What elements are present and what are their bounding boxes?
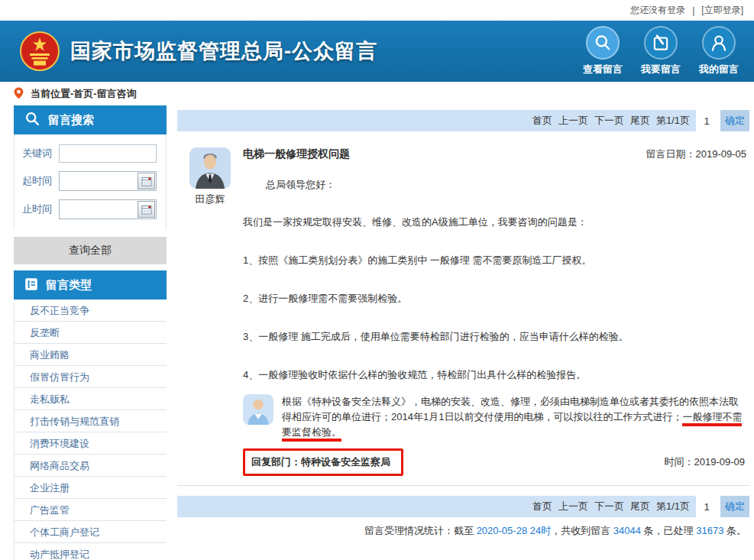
nav-view-messages[interactable]: 查看留言 xyxy=(578,26,627,76)
message-types-panel: 留言类型 反不正当竞争 反垄断 商业贿赂 假冒仿冒行为 走私贩私 打击 xyxy=(14,270,167,560)
types-panel-title: 留言类型 xyxy=(46,278,92,293)
message-date: 留言日期：2019-09-05 xyxy=(646,147,747,161)
reply-text-normal: 根据《特种设备安全法释义》，电梯的安装、改造、修理，必须由电梯制造单位或者其委托… xyxy=(282,396,739,422)
message-type-item[interactable]: 走私贩私 xyxy=(15,388,167,410)
stats-received-count: 34044 xyxy=(613,525,641,536)
stats-suffix: 条。 xyxy=(723,525,746,536)
prev-page-link[interactable]: 上一页 xyxy=(558,114,588,128)
stats-prefix: 留言受理情况统计：截至 xyxy=(364,525,477,536)
query-all-button[interactable]: 查询全部 xyxy=(14,237,167,264)
top-utility-bar: 您还没有登录 | [立即登录] xyxy=(0,0,754,21)
login-status-text: 您还没有登录 xyxy=(630,4,685,17)
site-header: 国家市场监督管理总局-公众留言 查看留言 我要留言 xyxy=(0,21,754,82)
next-page-link[interactable]: 下一页 xyxy=(594,114,624,128)
search-panel-header: 留言搜索 xyxy=(14,105,167,134)
reply-block: 根据《特种设备安全法释义》，电梯的安装、改造、修理，必须由电梯制造单位或者其委托… xyxy=(243,394,746,440)
page-info: 第1/1页 xyxy=(656,500,690,513)
message-type-item[interactable]: 企业注册 xyxy=(15,477,167,499)
message-type-list: 反不正当竞争 反垄断 商业贿赂 假冒仿冒行为 走私贩私 打击传销与规范直销 消费… xyxy=(14,299,167,560)
author-name: 田彦辉 xyxy=(189,193,231,206)
nav-label: 查看留言 xyxy=(583,63,623,76)
user-icon xyxy=(702,26,736,60)
message-question: 3、一般修理 施工完成后，使用单位需要特检部门进行检验的，应当申请什么样的检验。 xyxy=(243,330,746,344)
keyword-input[interactable] xyxy=(59,144,157,163)
page-number-input[interactable] xyxy=(697,497,716,516)
last-page-link[interactable]: 尾页 xyxy=(630,500,650,513)
keyword-label: 关键词 xyxy=(22,147,59,160)
list-icon xyxy=(24,277,38,293)
reply-avatar xyxy=(243,394,273,425)
message-type-item[interactable]: 动产抵押登记 xyxy=(15,543,167,560)
pagination-bar: 首页 上一页 下一页 尾页 第1/1页 xyxy=(177,110,696,131)
confirm-button[interactable]: 确定 xyxy=(720,110,749,131)
message-type-item[interactable]: 打击传销与规范直销 xyxy=(15,410,167,432)
reply-time: 时间：2019-09-09 xyxy=(665,455,746,469)
message-type-item[interactable]: 反垄断 xyxy=(15,322,167,344)
reply-time-label: 时间： xyxy=(665,456,694,468)
first-page-link[interactable]: 首页 xyxy=(532,500,552,513)
message-type-item[interactable]: 假冒仿冒行为 xyxy=(15,366,167,388)
reply-footer: 回复部门：特种设备安全监察局 时间：2019-09-09 xyxy=(243,448,746,476)
nav-label: 我的留言 xyxy=(699,63,739,76)
last-page-link[interactable]: 尾页 xyxy=(630,114,650,128)
content-area: 留言搜索 关键词 起时间 xyxy=(0,105,754,560)
stats-mid2: 条，已处理 xyxy=(641,525,696,536)
message-question: 2、进行一般修理需不需要强制检验。 xyxy=(243,292,746,306)
start-date-label: 起时间 xyxy=(22,174,59,188)
statistics-line: 留言受理情况统计：截至 2020-05-28 24时，共收到留言 34044 条… xyxy=(177,524,749,538)
message-title-row: 电梯一般修理授权问题 留言日期：2019-09-05 xyxy=(243,147,746,161)
message-type-item[interactable]: 网络商品交易 xyxy=(15,455,167,477)
search-icon xyxy=(24,111,40,129)
end-date-calendar-button[interactable] xyxy=(138,201,155,218)
reply-department-value: 特种设备安全监察局 xyxy=(301,456,390,468)
start-date-calendar-button[interactable] xyxy=(138,173,155,189)
confirm-button[interactable]: 确定 xyxy=(720,496,749,517)
message-intro: 我们是一家按规定取得安装、维修、改造的A级施工单位，我要咨询的问题是： xyxy=(243,215,746,229)
message-date-label: 留言日期： xyxy=(646,148,696,160)
page-number-input[interactable] xyxy=(697,111,716,131)
message-type-item[interactable]: 反不正当竞争 xyxy=(15,299,167,322)
search-icon xyxy=(586,26,620,60)
site-title: 国家市场监督管理总局-公众留言 xyxy=(70,37,377,65)
first-page-link[interactable]: 首页 xyxy=(532,114,552,128)
stats-mid1: ，共收到留言 xyxy=(551,525,613,536)
sidebar: 留言搜索 关键词 起时间 xyxy=(14,105,167,560)
author-column: 田彦辉 xyxy=(189,147,243,476)
reply-department-red-box: 回复部门：特种设备安全监察局 xyxy=(243,448,403,476)
national-emblem-logo xyxy=(20,31,60,71)
message-type-item[interactable]: 消费环境建设 xyxy=(15,432,167,455)
prev-page-link[interactable]: 上一页 xyxy=(558,500,588,513)
pagination-bar: 首页 上一页 下一页 尾页 第1/1页 xyxy=(177,496,696,517)
start-date-row: 起时间 xyxy=(22,171,157,191)
message-date-value: 2019-09-05 xyxy=(696,148,747,160)
keyword-row: 关键词 xyxy=(22,144,157,163)
message-question: 1、按照《施工类别划分表》的施工类别中 一般修理 需不需要原制造工厂授权。 xyxy=(243,254,746,267)
main-area: 首页 上一页 下一页 尾页 第1/1页 确定 xyxy=(177,105,749,538)
message-greeting: 总局领导您好： xyxy=(243,178,746,192)
page-info: 第1/1页 xyxy=(656,114,690,128)
pagination-bottom: 首页 上一页 下一页 尾页 第1/1页 确定 xyxy=(177,496,749,517)
search-panel-title: 留言搜索 xyxy=(48,113,94,128)
message-panel: 田彦辉 电梯一般修理授权问题 留言日期：2019-09-05 总局领导您好： 我… xyxy=(177,138,749,486)
reply-department-label: 回复部门： xyxy=(251,456,301,468)
header-nav: 查看留言 我要留言 我的留言 xyxy=(578,26,743,76)
breadcrumb: 当前位置-首页-留言咨询 xyxy=(0,82,754,105)
search-form: 关键词 起时间 xyxy=(14,134,167,230)
nav-label: 我要留言 xyxy=(641,63,681,76)
topbar-separator: | xyxy=(692,5,694,16)
write-icon xyxy=(644,26,678,60)
reply-text: 根据《特种设备安全法释义》，电梯的安装、改造、修理，必须由电梯制造单位或者其委托… xyxy=(282,394,744,440)
pagination-top: 首页 上一页 下一页 尾页 第1/1页 确定 xyxy=(177,110,749,131)
nav-write-message[interactable]: 我要留言 xyxy=(636,26,685,76)
login-link[interactable]: [立即登录] xyxy=(701,4,743,17)
author-avatar xyxy=(189,147,231,189)
reply-time-value: 2019-09-09 xyxy=(694,456,746,468)
message-type-item[interactable]: 商业贿赂 xyxy=(15,344,167,366)
message-body: 电梯一般修理授权问题 留言日期：2019-09-05 总局领导您好： 我们是一家… xyxy=(243,147,749,476)
nav-my-messages[interactable]: 我的留言 xyxy=(694,26,743,76)
page: 您还没有登录 | [立即登录] 国家市场监督管理总局-公众留言 xyxy=(0,0,754,560)
next-page-link[interactable]: 下一页 xyxy=(594,500,624,513)
message-type-item[interactable]: 广告监管 xyxy=(15,499,167,521)
end-date-row: 止时间 xyxy=(22,199,157,219)
message-type-item[interactable]: 个体工商户登记 xyxy=(15,521,167,543)
